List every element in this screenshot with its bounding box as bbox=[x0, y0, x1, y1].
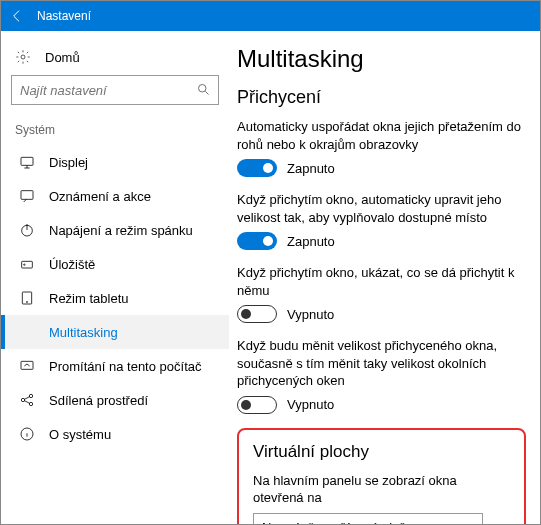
snap-opt3-state: Vypnuto bbox=[287, 307, 334, 322]
svg-point-6 bbox=[24, 264, 25, 265]
search-input[interactable] bbox=[11, 75, 219, 105]
svg-rect-11 bbox=[19, 332, 20, 333]
page-title: Multitasking bbox=[237, 45, 526, 73]
nav-uloziste[interactable]: Úložiště bbox=[1, 247, 229, 281]
snap-opt2-toggle[interactable] bbox=[237, 232, 277, 250]
gear-icon bbox=[15, 49, 31, 65]
tablet-icon bbox=[19, 290, 35, 306]
nav-label: Multitasking bbox=[49, 325, 118, 340]
svg-rect-10 bbox=[20, 331, 21, 332]
nav-label: Sdílená prostředí bbox=[49, 393, 148, 408]
nav-displej[interactable]: Displej bbox=[1, 145, 229, 179]
svg-point-1 bbox=[199, 85, 207, 93]
snap-opt4-state: Vypnuto bbox=[287, 397, 334, 412]
titlebar: Nastavení bbox=[1, 1, 540, 31]
snap-opt3-toggle[interactable] bbox=[237, 305, 277, 323]
svg-point-0 bbox=[21, 55, 25, 59]
multitask-icon bbox=[19, 324, 35, 340]
svg-point-13 bbox=[21, 398, 24, 401]
nav-napajeni[interactable]: Napájení a režim spánku bbox=[1, 213, 229, 247]
snap-opt1-toggle[interactable] bbox=[237, 159, 277, 177]
snap-opt2-state: Zapnuto bbox=[287, 234, 335, 249]
svg-rect-5 bbox=[22, 261, 33, 268]
home-link[interactable]: Domů bbox=[1, 43, 229, 75]
nav-label: Úložiště bbox=[49, 257, 95, 272]
nav-oznameni[interactable]: Oznámení a akce bbox=[1, 179, 229, 213]
snap-opt3-desc: Když přichytím okno, ukázat, co se dá př… bbox=[237, 264, 526, 299]
vd-q1-value: Na právě používané ploše bbox=[253, 513, 483, 524]
snap-opt4-toggle[interactable] bbox=[237, 396, 277, 414]
snap-opt4-desc: Když budu měnit velikost přichyceného ok… bbox=[237, 337, 526, 390]
svg-rect-3 bbox=[21, 191, 33, 200]
project-icon bbox=[19, 358, 35, 374]
nav-sdilena[interactable]: Sdílená prostředí bbox=[1, 383, 229, 417]
snap-opt1-desc: Automaticky uspořádat okna jejich přetaž… bbox=[237, 118, 526, 153]
vd-q1-desc: Na hlavním panelu se zobrazí okna otevře… bbox=[253, 472, 510, 507]
snap-heading: Přichycení bbox=[237, 87, 526, 108]
home-label: Domů bbox=[45, 50, 80, 65]
svg-point-15 bbox=[29, 402, 32, 405]
svg-rect-2 bbox=[21, 157, 33, 165]
info-icon bbox=[19, 426, 35, 442]
nav-tablet[interactable]: Režim tabletu bbox=[1, 281, 229, 315]
nav-label: Oznámení a akce bbox=[49, 189, 151, 204]
svg-point-8 bbox=[26, 301, 27, 302]
virtual-desktops-box: Virtuální plochy Na hlavním panelu se zo… bbox=[237, 428, 526, 524]
share-icon bbox=[19, 392, 35, 408]
nav-label: O systému bbox=[49, 427, 111, 442]
vd-heading: Virtuální plochy bbox=[253, 442, 510, 462]
snap-opt2-desc: Když přichytím okno, automaticky upravit… bbox=[237, 191, 526, 226]
storage-icon bbox=[19, 256, 35, 272]
search-box[interactable] bbox=[11, 75, 219, 105]
group-label: Systém bbox=[1, 123, 229, 145]
svg-rect-12 bbox=[21, 361, 33, 369]
power-icon bbox=[19, 222, 35, 238]
nav-label: Promítání na tento počítač bbox=[49, 359, 201, 374]
search-icon bbox=[196, 82, 211, 97]
main-content: Multitasking Přichycení Automaticky uspo… bbox=[229, 31, 540, 524]
nav-osystemu[interactable]: O systému bbox=[1, 417, 229, 451]
vd-q1-select[interactable]: Na právě používané ploše bbox=[253, 513, 483, 524]
snap-opt1-state: Zapnuto bbox=[287, 161, 335, 176]
nav-label: Režim tabletu bbox=[49, 291, 128, 306]
svg-point-14 bbox=[29, 394, 32, 397]
svg-rect-9 bbox=[19, 331, 20, 332]
nav-multitasking[interactable]: Multitasking bbox=[1, 315, 229, 349]
nav-label: Displej bbox=[49, 155, 88, 170]
nav-promitani[interactable]: Promítání na tento počítač bbox=[1, 349, 229, 383]
app-name: Nastavení bbox=[33, 9, 91, 23]
chat-icon bbox=[19, 188, 35, 204]
back-button[interactable] bbox=[1, 1, 33, 31]
nav-label: Napájení a režim spánku bbox=[49, 223, 193, 238]
monitor-icon bbox=[19, 154, 35, 170]
sidebar: Domů Systém Displej Oznámení a akce Napá… bbox=[1, 31, 229, 524]
